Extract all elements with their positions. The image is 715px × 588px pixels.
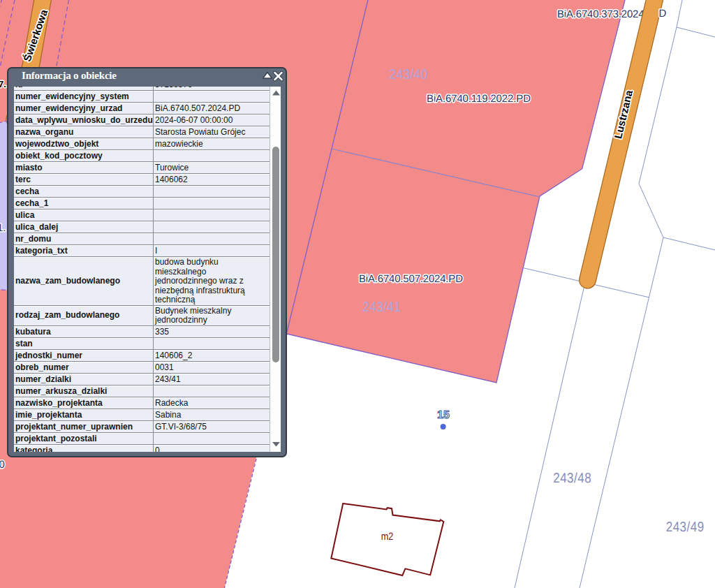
- svg-text:243/48: 243/48: [553, 471, 591, 486]
- svg-text:243/40: 243/40: [390, 67, 427, 82]
- svg-text:m2: m2: [381, 531, 394, 543]
- svg-text:BiA.6740.119.2022.PD: BiA.6740.119.2022.PD: [427, 93, 531, 105]
- svg-text:7.: 7.: [0, 79, 6, 89]
- svg-text:1.: 1.: [0, 222, 6, 234]
- svg-text:243/41: 243/41: [362, 300, 400, 315]
- svg-text:243/49: 243/49: [666, 520, 704, 535]
- svg-text:D: D: [659, 8, 667, 20]
- svg-text:15: 15: [437, 409, 450, 421]
- svg-text:BiA.6740.507.2024.PD: BiA.6740.507.2024.PD: [359, 273, 463, 285]
- svg-text:0: 0: [0, 459, 5, 471]
